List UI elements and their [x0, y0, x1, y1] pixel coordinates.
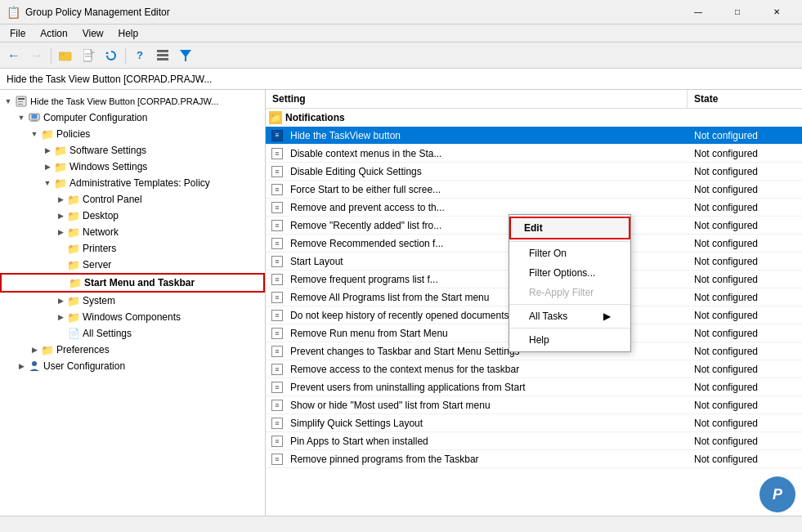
row-name-2: Disable Editing Quick Settings: [285, 166, 688, 177]
row-icon-5: ≡: [269, 217, 285, 234]
tree-item-policies[interactable]: ▼ 📁 Policies: [0, 126, 265, 142]
row-state-12: Not configured: [688, 346, 802, 357]
settings-row-3[interactable]: ≡ Force Start to be either full scree...…: [266, 181, 802, 199]
menu-file[interactable]: File: [3, 26, 32, 41]
tree-label-system: System: [83, 295, 115, 306]
forward-button[interactable]: →: [26, 45, 47, 66]
context-menu-filter-on[interactable]: Filter On: [509, 244, 630, 263]
settings-row-14[interactable]: ≡ Prevent users from uninstalling applic…: [266, 378, 802, 396]
menu-bar: File Action View Help: [0, 25, 802, 42]
menu-action[interactable]: Action: [34, 26, 74, 41]
row-name-17: Pin Apps to Start when installed: [285, 436, 688, 447]
folder-icon-cp: 📁: [67, 193, 80, 206]
svg-marker-9: [180, 50, 191, 61]
expand-icon-cp: ▶: [54, 193, 67, 206]
setting-glyph-0: ≡: [271, 130, 283, 141]
close-button[interactable]: ✕: [758, 0, 795, 25]
context-menu-all-tasks[interactable]: All Tasks ▶: [509, 306, 630, 326]
tree-item-control-panel[interactable]: ▶ 📁 Control Panel: [0, 191, 265, 208]
row-name-14: Prevent users from uninstalling applicat…: [285, 382, 688, 393]
settings-row-13[interactable]: ≡ Remove access to the context menus for…: [266, 360, 802, 378]
tree-item-printers[interactable]: 📁 Printers: [0, 240, 265, 257]
toolbar-doc-btn[interactable]: [78, 45, 99, 66]
menu-view[interactable]: View: [76, 26, 110, 41]
title-bar-left: 📋 Group Policy Management Editor: [7, 6, 170, 19]
tree-panel: ▼ Hide the Task View Button [CORPAD.PRAJ…: [0, 90, 266, 516]
tree-item-desktop[interactable]: ▶ 📁 Desktop: [0, 208, 265, 224]
col-state: State: [688, 90, 802, 108]
toolbar-folder-btn[interactable]: [55, 45, 76, 66]
setting-glyph-14: ≡: [271, 382, 283, 393]
folder-icon-server: 📁: [67, 258, 80, 271]
notifications-folder-icon: 📁: [269, 111, 282, 124]
settings-row-1[interactable]: ≡ Disable context menus in the Sta... No…: [266, 145, 802, 163]
tree-item-computer-config[interactable]: ▼ Computer Configuration: [0, 110, 265, 126]
tree-item-network[interactable]: ▶ 📁 Network: [0, 224, 265, 240]
row-state-17: Not configured: [688, 436, 802, 447]
row-icon-11: ≡: [269, 325, 285, 342]
tree-label-wincomp: Windows Components: [83, 311, 181, 323]
row-icon-9: ≡: [269, 289, 285, 306]
toolbar-help-btn[interactable]: ?: [129, 45, 150, 66]
app-icon: 📋: [7, 6, 20, 19]
minimize-button[interactable]: —: [679, 0, 717, 25]
context-menu-help[interactable]: Help: [509, 330, 630, 350]
tree-label-software: Software Settings: [69, 145, 146, 156]
row-state-18: Not configured: [688, 454, 802, 465]
setting-glyph-10: ≡: [271, 310, 283, 321]
tree-item-startmenu[interactable]: 📁 Start Menu and Taskbar: [0, 273, 265, 293]
svg-rect-7: [157, 54, 168, 56]
expand-icon-root: ▼: [2, 95, 15, 108]
settings-row-18[interactable]: ≡ Remove pinned programs from the Taskba…: [266, 450, 802, 468]
row-icon-16: ≡: [269, 415, 285, 431]
settings-row-15[interactable]: ≡ Show or hide "Most used" list from Sta…: [266, 396, 802, 414]
tree-item-server[interactable]: 📁 Server: [0, 257, 265, 273]
row-state-14: Not configured: [688, 382, 802, 393]
settings-row-16[interactable]: ≡ Simplify Quick Settings Layout Not con…: [266, 414, 802, 432]
folder-icon-policies: 📁: [41, 127, 54, 141]
context-menu-filter-options[interactable]: Filter Options...: [509, 263, 630, 283]
row-name-18: Remove pinned programs from the Taskbar: [285, 454, 688, 465]
breadcrumb-text: Hide the Task View Button [CORPAD.PRAJW.…: [7, 74, 212, 85]
setting-glyph-2: ≡: [271, 166, 283, 177]
settings-row-0[interactable]: ≡ Hide the TaskView button Not configure…: [266, 127, 802, 145]
settings-row-17[interactable]: ≡ Pin Apps to Start when installed Not c…: [266, 432, 802, 450]
tree-item-root[interactable]: ▼ Hide the Task View Button [CORPAD.PRAJ…: [0, 93, 265, 110]
row-icon-1: ≡: [269, 145, 285, 162]
tree-item-preferences[interactable]: ▶ 📁 Preferences: [0, 342, 265, 358]
maximize-button[interactable]: □: [719, 0, 756, 25]
row-state-16: Not configured: [688, 418, 802, 429]
setting-glyph-15: ≡: [271, 400, 283, 411]
svg-marker-5: [105, 51, 109, 54]
tree-item-admin-templates[interactable]: ▼ 📁 Administrative Templates: Policy: [0, 175, 265, 191]
row-icon-10: ≡: [269, 307, 285, 324]
tree-item-allsettings[interactable]: 📄 All Settings: [0, 325, 265, 342]
tree-label-allsettings: All Settings: [83, 328, 132, 339]
tree-item-userconfig[interactable]: ▶ User Configuration: [0, 358, 265, 374]
setting-glyph-17: ≡: [271, 436, 283, 447]
context-menu-edit[interactable]: Edit: [509, 217, 630, 239]
tree-label-admin: Administrative Templates: Policy: [69, 177, 210, 189]
toolbar-filter-btn[interactable]: [175, 45, 196, 66]
title-bar-controls: — □ ✕: [679, 0, 795, 25]
setting-glyph-4: ≡: [271, 202, 283, 213]
expand-icon-system: ▶: [54, 294, 67, 307]
settings-row-2[interactable]: ≡ Disable Editing Quick Settings Not con…: [266, 163, 802, 181]
tree-label-startmenu: Start Menu and Taskbar: [84, 277, 195, 288]
tree-item-windows-settings[interactable]: ▶ 📁 Windows Settings: [0, 159, 265, 175]
tree-item-system[interactable]: ▶ 📁 System: [0, 293, 265, 309]
setting-glyph-13: ≡: [271, 364, 283, 375]
tree-item-software[interactable]: ▶ 📁 Software Settings: [0, 142, 265, 159]
back-button[interactable]: ←: [3, 45, 25, 66]
notifications-label: Notifications: [285, 112, 345, 123]
tree-label-winsettings: Windows Settings: [69, 161, 147, 172]
menu-help[interactable]: Help: [112, 26, 146, 41]
context-menu: Edit Filter On Filter Options... Re-Appl…: [509, 214, 631, 352]
main-area: ▼ Hide the Task View Button [CORPAD.PRAJ…: [0, 90, 802, 516]
svg-rect-16: [32, 120, 36, 121]
row-state-4: Not configured: [688, 202, 802, 213]
tree-label-cc: Computer Configuration: [43, 112, 147, 123]
toolbar-refresh-btn[interactable]: [101, 45, 122, 66]
toolbar-list-btn[interactable]: [152, 45, 173, 66]
tree-item-wincomp[interactable]: ▶ 📁 Windows Components: [0, 309, 265, 325]
